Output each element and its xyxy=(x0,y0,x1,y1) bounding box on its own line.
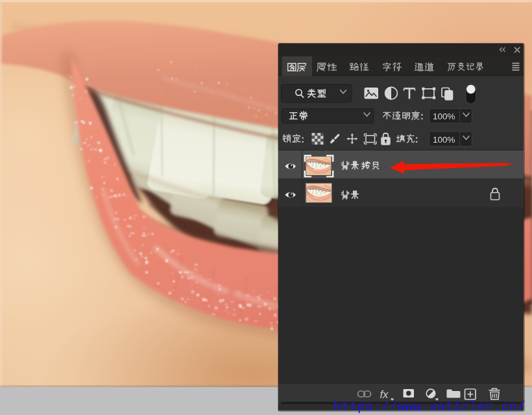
svg-text:100%: 100% xyxy=(433,135,455,145)
svg-text:fx: fx xyxy=(380,388,389,400)
svg-text:100%: 100% xyxy=(433,112,455,121)
